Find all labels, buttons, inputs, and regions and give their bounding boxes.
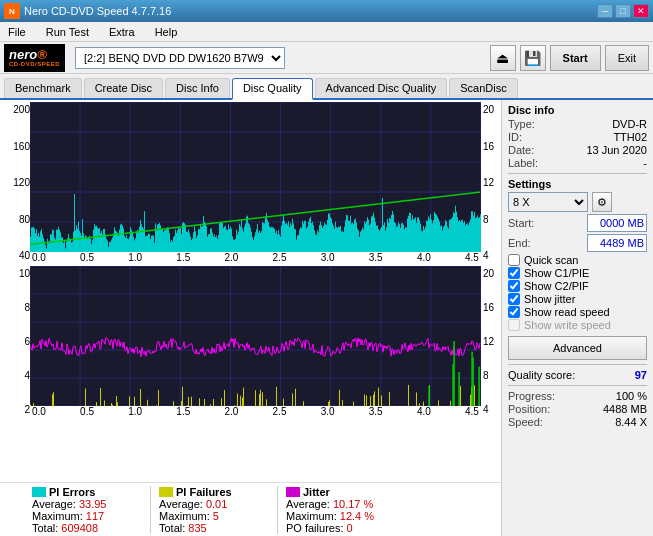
speed-val-row: Speed: 8.44 X: [508, 416, 647, 428]
pi-failures-total: Total: 835: [159, 522, 269, 534]
start-button[interactable]: Start: [550, 45, 601, 71]
divider-1: [508, 173, 647, 174]
speed-combo[interactable]: 8 X: [508, 192, 588, 212]
divider-2: [508, 364, 647, 365]
chart-bot-x-8: 4.0: [417, 406, 431, 417]
progress-row: Progress: 100 %: [508, 390, 647, 402]
chart-top-x-4: 2.0: [224, 252, 238, 263]
chart-bot-x-0: 0.0: [32, 406, 46, 417]
chart-top-x-2: 1.0: [128, 252, 142, 263]
quick-scan-row: Quick scan: [508, 254, 647, 266]
jitter-label: Jitter: [303, 486, 330, 498]
maximize-button[interactable]: □: [615, 4, 631, 18]
show-write-speed-label: Show write speed: [524, 319, 611, 331]
pi-failures-label: PI Failures: [176, 486, 232, 498]
settings-icon-btn[interactable]: ⚙: [592, 192, 612, 212]
app-icon: N: [4, 3, 20, 19]
charts-inner: 200 160 120 80 40 0.0 0.5 1.0 1.5 2.0: [0, 100, 501, 482]
main-content: 200 160 120 80 40 0.0 0.5 1.0 1.5 2.0: [0, 100, 653, 536]
legend-jitter: Jitter Average: 10.17 % Maximum: 12.4 % …: [286, 486, 406, 534]
tab-disc-quality[interactable]: Disc Quality: [232, 78, 313, 100]
chart-bot-y-right-0: 20: [483, 268, 499, 279]
chart-top-x-1: 0.5: [80, 252, 94, 263]
menu-extra[interactable]: Extra: [105, 24, 139, 40]
titlebar-buttons: ─ □ ✕: [597, 4, 649, 18]
pi-errors-max: Maximum: 117: [32, 510, 142, 522]
legend-pi-failures: PI Failures Average: 0.01 Maximum: 5 Tot…: [159, 486, 269, 534]
tab-scandisc[interactable]: ScanDisc: [449, 78, 517, 98]
chart-bot-y-right-4: 4: [483, 404, 499, 415]
tab-create-disc[interactable]: Create Disc: [84, 78, 163, 98]
chart-bot-y-right-2: 12: [483, 336, 499, 347]
chart-top-y-right-0: 20: [483, 104, 499, 115]
tab-advanced-disc-quality[interactable]: Advanced Disc Quality: [315, 78, 448, 98]
chart-top-x-5: 2.5: [273, 252, 287, 263]
disc-label-label: Label:: [508, 157, 538, 169]
show-c2pif-checkbox[interactable]: [508, 280, 520, 292]
chart-bot-y-left-1: 8: [2, 302, 30, 313]
chart-top-y-left-3: 80: [2, 214, 30, 225]
pi-errors-total: Total: 609408: [32, 522, 142, 534]
pi-failures-avg: Average: 0.01: [159, 498, 269, 510]
speed-val-value: 8.44 X: [615, 416, 647, 428]
show-c2pif-row: Show C2/PIF: [508, 280, 647, 292]
menu-run-test[interactable]: Run Test: [42, 24, 93, 40]
show-c1pie-checkbox[interactable]: [508, 267, 520, 279]
pi-errors-label: PI Errors: [49, 486, 95, 498]
charts-wrapper: 200 160 120 80 40 0.0 0.5 1.0 1.5 2.0: [0, 100, 501, 536]
chart-top-canvas: [30, 102, 481, 252]
toolbar: nero® CD·DVD/SPEED [2:2] BENQ DVD DD DW1…: [0, 42, 653, 74]
exit-button[interactable]: Exit: [605, 45, 649, 71]
titlebar: N Nero CD-DVD Speed 4.7.7.16 ─ □ ✕: [0, 0, 653, 22]
legend-area: PI Errors Average: 33.95 Maximum: 117 To…: [0, 482, 501, 536]
app-title: Nero CD-DVD Speed 4.7.7.16: [24, 5, 171, 17]
start-row: Start:: [508, 214, 647, 232]
progress-label: Progress:: [508, 390, 555, 402]
advanced-button[interactable]: Advanced: [508, 336, 647, 360]
chart-bot-x-5: 2.5: [273, 406, 287, 417]
disc-label-value: -: [643, 157, 647, 169]
progress-value: 100 %: [616, 390, 647, 402]
chart-top-y-left-2: 120: [2, 177, 30, 188]
end-label: End:: [508, 237, 531, 249]
save-button[interactable]: 💾: [520, 45, 546, 71]
drive-combo[interactable]: [2:2] BENQ DVD DD DW1620 B7W9: [75, 47, 285, 69]
quality-value: 97: [635, 369, 647, 381]
chart-bot-y-left-2: 6: [2, 336, 30, 347]
eject-button[interactable]: ⏏: [490, 45, 516, 71]
legend-pi-errors: PI Errors Average: 33.95 Maximum: 117 To…: [32, 486, 142, 534]
tab-benchmark[interactable]: Benchmark: [4, 78, 82, 98]
minimize-button[interactable]: ─: [597, 4, 613, 18]
start-input[interactable]: [587, 214, 647, 232]
end-input[interactable]: [587, 234, 647, 252]
position-row: Position: 4488 MB: [508, 403, 647, 415]
show-read-speed-row: Show read speed: [508, 306, 647, 318]
quick-scan-checkbox[interactable]: [508, 254, 520, 266]
chart-bot-y-left-3: 4: [2, 370, 30, 381]
show-write-speed-row: Show write speed: [508, 319, 647, 331]
show-c2pif-label: Show C2/PIF: [524, 280, 589, 292]
pi-failures-max: Maximum: 5: [159, 510, 269, 522]
show-write-speed-checkbox: [508, 319, 520, 331]
nero-logo: nero® CD·DVD/SPEED: [4, 44, 65, 72]
end-row: End:: [508, 234, 647, 252]
show-jitter-checkbox[interactable]: [508, 293, 520, 305]
disc-id-row: ID: TTH02: [508, 131, 647, 143]
tab-disc-info[interactable]: Disc Info: [165, 78, 230, 98]
show-c1pie-label: Show C1/PIE: [524, 267, 589, 279]
chart-bot-x-7: 3.5: [369, 406, 383, 417]
speed-row: 8 X ⚙: [508, 192, 647, 212]
show-read-speed-checkbox[interactable]: [508, 306, 520, 318]
pi-errors-avg: Average: 33.95: [32, 498, 142, 510]
show-c1pie-row: Show C1/PIE: [508, 267, 647, 279]
menu-help[interactable]: Help: [151, 24, 182, 40]
settings-title: Settings: [508, 178, 647, 190]
chart-top-x-6: 3.0: [321, 252, 335, 263]
disc-id-value: TTH02: [613, 131, 647, 143]
menu-file[interactable]: File: [4, 24, 30, 40]
pi-failures-color: [159, 487, 173, 497]
close-button[interactable]: ✕: [633, 4, 649, 18]
position-label: Position:: [508, 403, 550, 415]
chart-top-x-0: 0.0: [32, 252, 46, 263]
jitter-max: Maximum: 12.4 %: [286, 510, 406, 522]
